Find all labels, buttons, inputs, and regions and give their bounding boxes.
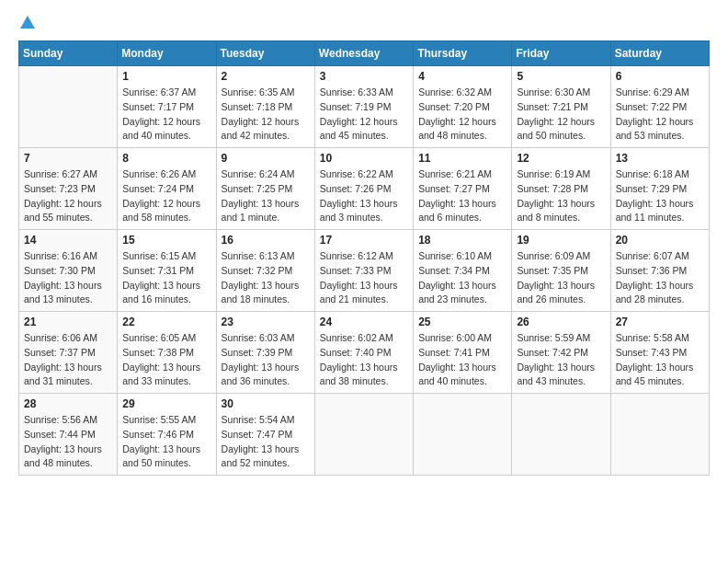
day-info: Sunrise: 5:55 AMSunset: 7:46 PMDaylight:… <box>122 413 210 471</box>
calendar-cell: 25Sunrise: 6:00 AMSunset: 7:41 PMDayligh… <box>414 312 512 394</box>
day-info: Sunrise: 6:32 AMSunset: 7:20 PMDaylight:… <box>418 86 506 144</box>
day-number: 25 <box>418 316 506 328</box>
day-number: 6 <box>616 70 704 83</box>
calendar-cell <box>414 394 512 476</box>
day-info: Sunrise: 6:29 AMSunset: 7:22 PMDaylight:… <box>616 86 704 144</box>
day-number: 22 <box>122 316 210 328</box>
day-info: Sunrise: 6:33 AMSunset: 7:19 PMDaylight:… <box>320 86 408 144</box>
calendar-cell: 10Sunrise: 6:22 AMSunset: 7:26 PMDayligh… <box>314 148 413 230</box>
day-info: Sunrise: 6:16 AMSunset: 7:30 PMDaylight:… <box>24 249 112 307</box>
calendar-cell: 17Sunrise: 6:12 AMSunset: 7:33 PMDayligh… <box>314 230 413 312</box>
calendar-cell <box>314 394 413 476</box>
calendar-week-row: 28Sunrise: 5:56 AMSunset: 7:44 PMDayligh… <box>19 394 710 476</box>
calendar-cell: 12Sunrise: 6:19 AMSunset: 7:28 PMDayligh… <box>512 148 610 230</box>
weekday-header-row: SundayMondayTuesdayWednesdayThursdayFrid… <box>19 41 710 66</box>
calendar-week-row: 14Sunrise: 6:16 AMSunset: 7:30 PMDayligh… <box>19 230 710 312</box>
calendar-cell: 18Sunrise: 6:10 AMSunset: 7:34 PMDayligh… <box>414 230 512 312</box>
day-number: 12 <box>517 152 605 165</box>
day-info: Sunrise: 6:27 AMSunset: 7:23 PMDaylight:… <box>24 167 112 225</box>
day-info: Sunrise: 6:02 AMSunset: 7:40 PMDaylight:… <box>320 331 408 389</box>
day-info: Sunrise: 6:26 AMSunset: 7:24 PMDaylight:… <box>122 167 210 225</box>
day-info: Sunrise: 6:07 AMSunset: 7:36 PMDaylight:… <box>616 249 704 307</box>
day-number: 9 <box>222 152 310 165</box>
calendar-cell: 19Sunrise: 6:09 AMSunset: 7:35 PMDayligh… <box>512 230 610 312</box>
day-number: 21 <box>24 316 112 328</box>
weekday-header-friday: Friday <box>512 41 610 66</box>
calendar-cell: 16Sunrise: 6:13 AMSunset: 7:32 PMDayligh… <box>216 230 314 312</box>
weekday-header-wednesday: Wednesday <box>314 41 413 66</box>
calendar-cell: 14Sunrise: 6:16 AMSunset: 7:30 PMDayligh… <box>19 230 118 312</box>
day-info: Sunrise: 6:30 AMSunset: 7:21 PMDaylight:… <box>517 86 605 144</box>
day-number: 27 <box>616 316 704 328</box>
calendar-week-row: 7Sunrise: 6:27 AMSunset: 7:23 PMDaylight… <box>19 148 710 230</box>
calendar-cell: 8Sunrise: 6:26 AMSunset: 7:24 PMDaylight… <box>118 148 216 230</box>
calendar-cell <box>610 394 709 476</box>
calendar-cell: 15Sunrise: 6:15 AMSunset: 7:31 PMDayligh… <box>118 230 216 312</box>
day-info: Sunrise: 5:58 AMSunset: 7:43 PMDaylight:… <box>616 331 704 389</box>
day-info: Sunrise: 6:13 AMSunset: 7:32 PMDaylight:… <box>222 249 310 307</box>
calendar-cell: 27Sunrise: 5:58 AMSunset: 7:43 PMDayligh… <box>610 312 709 394</box>
day-info: Sunrise: 6:05 AMSunset: 7:38 PMDaylight:… <box>122 331 210 389</box>
day-number: 18 <box>418 234 506 247</box>
day-number: 10 <box>320 152 408 165</box>
day-number: 3 <box>320 70 408 83</box>
weekday-header-thursday: Thursday <box>414 41 512 66</box>
day-number: 20 <box>616 234 704 247</box>
calendar-cell <box>19 66 118 148</box>
calendar-table: SundayMondayTuesdayWednesdayThursdayFrid… <box>18 40 710 476</box>
day-info: Sunrise: 6:18 AMSunset: 7:29 PMDaylight:… <box>616 167 704 225</box>
calendar-cell: 3Sunrise: 6:33 AMSunset: 7:19 PMDaylight… <box>314 66 413 148</box>
day-number: 14 <box>24 234 112 247</box>
day-info: Sunrise: 6:06 AMSunset: 7:37 PMDaylight:… <box>24 331 112 389</box>
calendar-cell: 29Sunrise: 5:55 AMSunset: 7:46 PMDayligh… <box>118 394 216 476</box>
day-number: 16 <box>222 234 310 247</box>
calendar-cell: 28Sunrise: 5:56 AMSunset: 7:44 PMDayligh… <box>19 394 118 476</box>
calendar-cell: 30Sunrise: 5:54 AMSunset: 7:47 PMDayligh… <box>216 394 314 476</box>
calendar-cell: 5Sunrise: 6:30 AMSunset: 7:21 PMDaylight… <box>512 66 610 148</box>
day-number: 2 <box>222 70 310 83</box>
page-header <box>18 18 710 31</box>
day-info: Sunrise: 6:19 AMSunset: 7:28 PMDaylight:… <box>517 167 605 225</box>
calendar-cell: 6Sunrise: 6:29 AMSunset: 7:22 PMDaylight… <box>610 66 709 148</box>
calendar-cell: 21Sunrise: 6:06 AMSunset: 7:37 PMDayligh… <box>19 312 118 394</box>
logo-triangle-icon <box>20 16 35 29</box>
day-number: 29 <box>122 397 210 410</box>
day-info: Sunrise: 5:54 AMSunset: 7:47 PMDaylight:… <box>222 413 310 471</box>
day-info: Sunrise: 6:10 AMSunset: 7:34 PMDaylight:… <box>418 249 506 307</box>
day-info: Sunrise: 6:12 AMSunset: 7:33 PMDaylight:… <box>320 249 408 307</box>
weekday-header-saturday: Saturday <box>610 41 709 66</box>
weekday-header-sunday: Sunday <box>19 41 118 66</box>
day-info: Sunrise: 6:37 AMSunset: 7:17 PMDaylight:… <box>122 86 210 144</box>
day-number: 30 <box>222 397 310 410</box>
calendar-week-row: 21Sunrise: 6:06 AMSunset: 7:37 PMDayligh… <box>19 312 710 394</box>
day-info: Sunrise: 6:03 AMSunset: 7:39 PMDaylight:… <box>222 331 310 389</box>
day-number: 7 <box>24 152 112 165</box>
day-number: 4 <box>418 70 506 83</box>
day-number: 13 <box>616 152 704 165</box>
day-info: Sunrise: 6:35 AMSunset: 7:18 PMDaylight:… <box>222 86 310 144</box>
calendar-cell <box>512 394 610 476</box>
calendar-cell: 9Sunrise: 6:24 AMSunset: 7:25 PMDaylight… <box>216 148 314 230</box>
day-info: Sunrise: 6:22 AMSunset: 7:26 PMDaylight:… <box>320 167 408 225</box>
day-info: Sunrise: 6:00 AMSunset: 7:41 PMDaylight:… <box>418 331 506 389</box>
day-info: Sunrise: 5:56 AMSunset: 7:44 PMDaylight:… <box>24 413 112 471</box>
calendar-week-row: 1Sunrise: 6:37 AMSunset: 7:17 PMDaylight… <box>19 66 710 148</box>
day-number: 8 <box>122 152 210 165</box>
day-number: 24 <box>320 316 408 328</box>
day-info: Sunrise: 6:24 AMSunset: 7:25 PMDaylight:… <box>222 167 310 225</box>
day-number: 26 <box>517 316 605 328</box>
calendar-cell: 2Sunrise: 6:35 AMSunset: 7:18 PMDaylight… <box>216 66 314 148</box>
day-number: 23 <box>222 316 310 328</box>
day-number: 19 <box>517 234 605 247</box>
day-number: 15 <box>122 234 210 247</box>
calendar-cell: 26Sunrise: 5:59 AMSunset: 7:42 PMDayligh… <box>512 312 610 394</box>
day-number: 28 <box>24 397 112 410</box>
day-info: Sunrise: 6:21 AMSunset: 7:27 PMDaylight:… <box>418 167 506 225</box>
day-info: Sunrise: 6:09 AMSunset: 7:35 PMDaylight:… <box>517 249 605 307</box>
calendar-cell: 20Sunrise: 6:07 AMSunset: 7:36 PMDayligh… <box>610 230 709 312</box>
day-number: 11 <box>418 152 506 165</box>
weekday-header-monday: Monday <box>118 41 216 66</box>
day-info: Sunrise: 6:15 AMSunset: 7:31 PMDaylight:… <box>122 249 210 307</box>
logo <box>18 18 35 31</box>
day-info: Sunrise: 5:59 AMSunset: 7:42 PMDaylight:… <box>517 331 605 389</box>
